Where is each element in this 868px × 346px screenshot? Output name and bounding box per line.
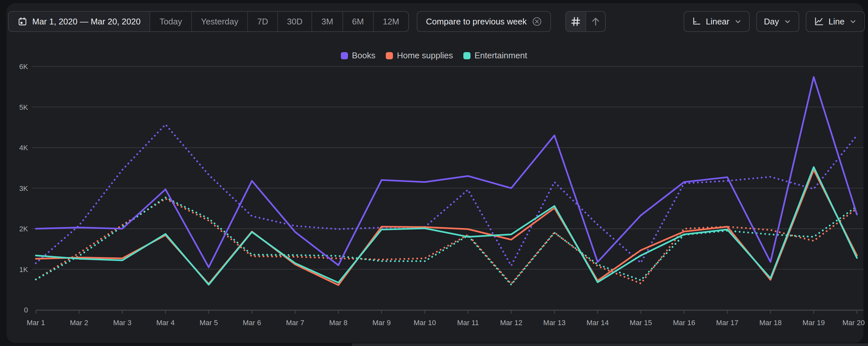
svg-text:5K: 5K — [19, 103, 28, 112]
line-chart-icon — [814, 16, 824, 27]
series-line-home-supplies-previous-week-[interactable] — [36, 199, 857, 284]
svg-text:Mar 17: Mar 17 — [716, 319, 738, 327]
svg-text:Mar 10: Mar 10 — [413, 319, 436, 327]
legend: Books Home supplies Entertainment — [0, 51, 868, 61]
calendar-icon — [18, 17, 27, 26]
date-preset-button[interactable]: 30D — [278, 12, 312, 31]
date-preset-button[interactable]: 7D — [248, 12, 278, 31]
legend-label: Home supplies — [397, 51, 453, 61]
series-line-entertainment-previous-week-[interactable] — [36, 197, 857, 285]
svg-text:Mar 9: Mar 9 — [372, 319, 391, 327]
legend-item[interactable]: Home supplies — [386, 51, 453, 61]
granularity-label: Day — [764, 17, 779, 27]
date-preset-button[interactable]: 6M — [343, 12, 374, 31]
granularity-dropdown[interactable]: Day — [756, 11, 799, 32]
scrollbar-track[interactable] — [352, 343, 868, 346]
chevron-down-icon — [849, 18, 857, 25]
svg-text:Mar 14: Mar 14 — [587, 319, 609, 327]
grid-icon — [570, 16, 581, 27]
legend-item[interactable]: Books — [341, 51, 375, 61]
toolbar-spacer — [606, 11, 677, 32]
legend-label: Books — [352, 51, 375, 61]
svg-text:Mar 18: Mar 18 — [759, 319, 781, 327]
axes-icon — [691, 17, 701, 26]
svg-text:Mar 16: Mar 16 — [673, 319, 695, 327]
legend-item[interactable]: Entertainment — [463, 51, 527, 61]
legend-swatch — [386, 52, 393, 59]
chevron-down-icon — [734, 18, 742, 25]
scale-label: Linear — [706, 17, 729, 27]
arrow-up-icon — [590, 16, 601, 27]
export-button[interactable] — [586, 12, 605, 31]
date-range-group: Mar 1, 2020 — Mar 20, 2020 Today Yesterd… — [8, 11, 409, 32]
svg-text:Mar 11: Mar 11 — [457, 319, 479, 327]
svg-text:Mar 5: Mar 5 — [199, 319, 218, 327]
svg-text:Mar 12: Mar 12 — [500, 319, 522, 327]
svg-text:Mar 8: Mar 8 — [329, 319, 347, 327]
svg-text:Mar 20: Mar 20 — [842, 319, 864, 327]
legend-swatch — [463, 52, 470, 59]
svg-text:Mar 19: Mar 19 — [803, 319, 825, 327]
preset-buttons: Today Yesterday 7D 30D 3M — [150, 12, 408, 31]
svg-text:4K: 4K — [19, 144, 28, 152]
svg-text:3K: 3K — [19, 184, 28, 193]
date-preset-button[interactable]: 3M — [312, 12, 343, 31]
svg-text:2K: 2K — [19, 225, 28, 233]
legend-swatch — [341, 52, 348, 59]
toolbar: Mar 1, 2020 — Mar 20, 2020 Today Yesterd… — [8, 11, 865, 32]
compare-pill[interactable]: Compare to previous week — [417, 11, 551, 32]
date-range-label: Mar 1, 2020 — Mar 20, 2020 — [32, 17, 141, 27]
svg-text:Mar 4: Mar 4 — [156, 319, 175, 327]
grid-toggle-button[interactable] — [566, 12, 586, 31]
svg-text:0: 0 — [24, 306, 28, 314]
svg-text:Mar 7: Mar 7 — [286, 319, 304, 327]
remove-compare-icon[interactable] — [532, 17, 542, 26]
svg-text:Mar 6: Mar 6 — [243, 319, 261, 327]
date-preset-button[interactable]: Today — [150, 12, 192, 31]
chart-type-dropdown[interactable]: Line — [806, 11, 865, 32]
date-range-picker[interactable]: Mar 1, 2020 — Mar 20, 2020 — [9, 12, 150, 31]
svg-text:Mar 1: Mar 1 — [27, 319, 45, 327]
svg-text:6K: 6K — [19, 63, 28, 71]
svg-text:Mar 3: Mar 3 — [113, 319, 131, 327]
chevron-down-icon — [784, 18, 792, 25]
chart-type-label: Line — [829, 17, 844, 27]
svg-text:Mar 15: Mar 15 — [630, 319, 652, 327]
series-line-entertainment[interactable] — [36, 167, 857, 285]
chart-options-group — [565, 11, 606, 32]
legend-label: Entertainment — [474, 51, 527, 61]
date-preset-button[interactable]: Yesterday — [192, 12, 248, 31]
compare-label: Compare to previous week — [426, 17, 527, 27]
svg-text:1K: 1K — [19, 265, 28, 274]
svg-text:Mar 2: Mar 2 — [70, 319, 88, 327]
svg-text:Mar 13: Mar 13 — [543, 319, 565, 327]
date-preset-button[interactable]: 12M — [374, 12, 409, 31]
scale-dropdown[interactable]: Linear — [684, 11, 749, 32]
